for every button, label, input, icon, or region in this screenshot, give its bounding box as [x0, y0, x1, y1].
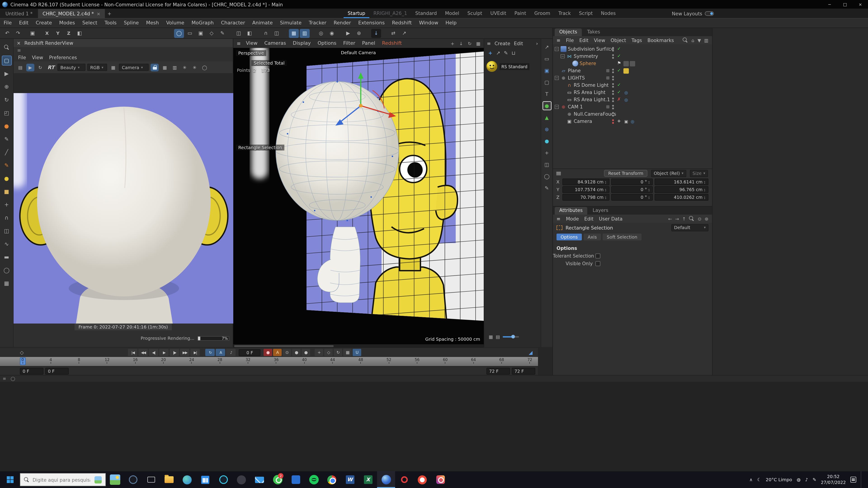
- expand-toggle-icon[interactable]: [555, 105, 559, 109]
- record-position-button[interactable]: +: [315, 349, 323, 356]
- chrome-icon[interactable]: [323, 471, 341, 488]
- wire-sphere-icon[interactable]: ◯: [542, 172, 551, 181]
- sound-button[interactable]: ♪: [226, 349, 236, 356]
- object-label[interactable]: CAM 1: [568, 104, 583, 109]
- view-name-label[interactable]: Perspective: [236, 50, 266, 56]
- target-tag-icon[interactable]: ◎: [623, 90, 629, 95]
- attribute-subtab[interactable]: Soft Selection: [602, 234, 641, 240]
- minimize-button[interactable]: ─: [822, 0, 837, 8]
- axis-x-button[interactable]: X: [42, 29, 52, 38]
- scale-tool-icon[interactable]: ◰: [2, 108, 11, 118]
- up-icon[interactable]: ↑: [682, 216, 686, 221]
- record-keyframe-button[interactable]: ●: [264, 349, 272, 356]
- model-tool-icon[interactable]: ▣: [196, 29, 206, 38]
- coordinate-mode-dropdown[interactable]: Object (Rel): [651, 170, 686, 177]
- material-item[interactable]: RS Standard: [486, 61, 539, 72]
- undo-icon[interactable]: ↶: [2, 29, 12, 38]
- settings-gear-icon[interactable]: ⊛: [705, 216, 708, 221]
- lock-icon[interactable]: ⊙: [698, 216, 702, 221]
- toggle-views-icon[interactable]: ▦: [475, 40, 482, 47]
- model-mode-icon[interactable]: ▭: [542, 54, 551, 63]
- panel-tab[interactable]: Layers: [588, 207, 613, 215]
- menu-item[interactable]: Spline: [120, 18, 143, 28]
- back-icon[interactable]: ←: [668, 216, 672, 221]
- panel-tab[interactable]: Attributes: [555, 207, 587, 215]
- goto-end-button[interactable]: ▶|: [191, 349, 200, 356]
- x-size-field[interactable]: 163.6141 cm: [655, 178, 708, 185]
- notifications-icon[interactable]: [850, 477, 856, 483]
- search-input[interactable]: [33, 477, 90, 482]
- cursor-tool-icon[interactable]: ▶: [2, 69, 11, 78]
- layer-chip[interactable]: [606, 76, 610, 79]
- new-layouts-label[interactable]: New Layouts: [672, 11, 702, 16]
- play-button[interactable]: ▶: [159, 349, 169, 356]
- object-menu-item[interactable]: View: [594, 37, 605, 43]
- sphere-primitive-icon[interactable]: ●: [2, 173, 11, 184]
- layout-tab[interactable]: Track: [554, 8, 575, 18]
- y-rotation-field[interactable]: 0 °: [611, 186, 653, 193]
- rectangle-selection-tool-icon[interactable]: ▢: [2, 56, 11, 66]
- snap-keys-button[interactable]: U: [353, 349, 362, 356]
- camera-tag-icon[interactable]: ▣: [623, 119, 629, 124]
- object-label[interactable]: Plane: [568, 68, 581, 73]
- menu-item[interactable]: Select: [79, 18, 101, 28]
- previous-key-button[interactable]: ◀◀: [138, 349, 148, 356]
- panel-menu-icon[interactable]: ≡: [556, 169, 562, 177]
- array-tool-icon[interactable]: ▦: [2, 278, 11, 288]
- menu-item[interactable]: Modes: [56, 18, 79, 28]
- menu-item[interactable]: Tools: [101, 18, 120, 28]
- play-mode-button[interactable]: A: [216, 349, 225, 356]
- viewport-canvas[interactable]: Perspective Default Camera Selected Tota…: [233, 48, 484, 344]
- range-start-field-2[interactable]: 0 F: [45, 367, 69, 375]
- tree-row[interactable]: ▭ RS Area Light ✓ ◎: [553, 89, 712, 96]
- z-rotation-field[interactable]: 0 °: [611, 194, 653, 201]
- material-menu-item[interactable]: Create: [495, 41, 510, 46]
- menu-item[interactable]: Window: [415, 18, 442, 28]
- layout-tab[interactable]: Model: [441, 8, 463, 18]
- active-camera-label[interactable]: Default Camera: [341, 50, 376, 55]
- gear-icon[interactable]: ⊛: [542, 125, 551, 134]
- menu-item[interactable]: File: [0, 18, 16, 28]
- taskbar-search[interactable]: [20, 473, 106, 486]
- document-tab[interactable]: CHRC_MODEL 2.c4d *: [38, 9, 105, 18]
- panel-close-icon[interactable]: ×: [17, 40, 21, 46]
- polygons-mode-icon[interactable]: ▲: [542, 113, 551, 122]
- texture-tag-icon[interactable]: [623, 68, 629, 74]
- current-frame-field[interactable]: 0 F: [239, 349, 260, 356]
- minimize-timeline-icon[interactable]: ◢: [529, 350, 532, 355]
- document-tab[interactable]: Untitled 1 *: [1, 9, 37, 18]
- refresh-icon[interactable]: ↻: [36, 64, 44, 71]
- target-tool-icon[interactable]: ◉: [327, 29, 337, 38]
- layout-tab[interactable]: Paint: [510, 8, 530, 18]
- tree-row[interactable]: Subdivision Surface ✓: [553, 46, 712, 53]
- layout-tab[interactable]: RRIGHI_A26_1: [369, 8, 411, 18]
- close-button[interactable]: ×: [852, 0, 868, 8]
- mirror-tool-icon[interactable]: ◫: [272, 29, 282, 38]
- tree-row[interactable]: ▣ Camera + ▣ ◎: [553, 118, 712, 125]
- protection-tag-icon[interactable]: +: [617, 119, 621, 123]
- object-menu-item[interactable]: Object: [611, 37, 626, 43]
- spline-tool-icon[interactable]: ∿: [2, 239, 11, 249]
- attribute-menu-item[interactable]: Edit: [584, 216, 594, 221]
- exchange-icon[interactable]: ⇄: [388, 29, 398, 38]
- snapshot-icon[interactable]: ✳: [181, 64, 189, 71]
- size-dropdown[interactable]: Size: [690, 170, 708, 177]
- assign-material-icon[interactable]: ↗: [496, 50, 500, 56]
- next-key-button[interactable]: ▶▶: [180, 349, 190, 356]
- forward-icon[interactable]: →: [675, 216, 679, 221]
- spotify-icon[interactable]: [305, 471, 323, 488]
- grid-icon[interactable]: ▦: [109, 64, 117, 71]
- axis-tool-icon[interactable]: +: [2, 200, 11, 210]
- browser-globe-icon[interactable]: [178, 471, 196, 488]
- renderview-menu-item[interactable]: View: [32, 53, 43, 62]
- object-menu-item[interactable]: Edit: [579, 37, 589, 43]
- visibility-dots[interactable]: [612, 98, 614, 102]
- object-label[interactable]: Null.CameraFoucs: [574, 111, 616, 117]
- volume-icon[interactable]: ♪: [805, 477, 808, 482]
- compass-browser-icon[interactable]: [214, 471, 232, 488]
- view-small-icons-icon[interactable]: ▦: [489, 334, 493, 339]
- save-image-icon[interactable]: ▤: [16, 64, 24, 71]
- menu-item[interactable]: Create: [32, 18, 56, 28]
- options-section-label[interactable]: Options: [553, 242, 712, 252]
- photos-icon[interactable]: [431, 471, 450, 488]
